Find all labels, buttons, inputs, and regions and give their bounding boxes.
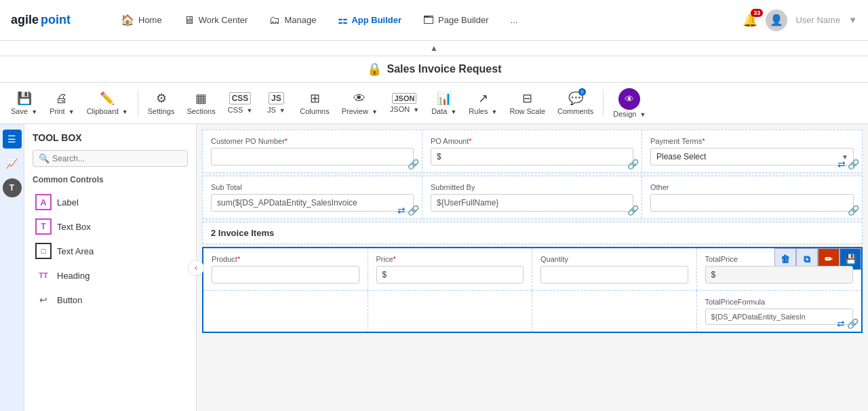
nav-page-builder[interactable]: 🗔 Page Builder — [415, 9, 496, 32]
other-input[interactable] — [650, 194, 854, 212]
row-scale-icon: ⊟ — [522, 91, 532, 106]
toolbar-sections[interactable]: ▦ Sections — [181, 88, 220, 118]
data-icon: 📊 — [437, 91, 452, 106]
form-cell-other: Other 🔗 — [642, 176, 862, 218]
common-controls-title: Common Controls — [33, 175, 188, 184]
search-input[interactable] — [52, 154, 182, 163]
svg-text:agile: agile — [11, 13, 39, 26]
price-label: Price* — [376, 255, 524, 263]
nav-home-label: Home — [138, 15, 162, 25]
collapse-bar[interactable]: ▲ — [0, 41, 868, 56]
toolbar-css-label: CSS ▼ — [228, 106, 253, 114]
toolbar-preview-label: Preview ▼ — [342, 107, 378, 115]
toolbar-clipboard[interactable]: ✏️ Clipboard ▼ — [81, 88, 134, 118]
nav-more-label: ... — [511, 15, 518, 25]
formula-bind-icon[interactable]: 🔗 — [847, 318, 859, 329]
payment-terms-bind-icon[interactable]: 🔗 — [848, 159, 859, 170]
customer-po-input[interactable] — [211, 148, 414, 165]
nav-work-center[interactable]: 🖥 Work Center — [176, 9, 256, 32]
home-icon: 🏠 — [121, 14, 134, 26]
invoice-count-label: 2 Invoice Items — [211, 228, 274, 238]
invoice-col-product: Product* — [203, 248, 368, 290]
nav-more[interactable]: ... — [502, 9, 526, 31]
main-layout: ☰ 📈 T TOOL BOX 🔍 Common Controls A Label… — [0, 124, 868, 411]
nav-app-builder[interactable]: ⚏ App Builder — [330, 8, 410, 32]
other-bind-icon[interactable]: 🔗 — [848, 205, 859, 216]
sidebar-icon-t[interactable]: T — [3, 178, 22, 197]
control-text-box-text: Text Box — [57, 222, 91, 232]
control-text-area[interactable]: □ Text Area — [33, 239, 188, 263]
toolbar-data[interactable]: 📊 Data ▼ — [426, 88, 462, 118]
formula-connect-icon[interactable]: ⇄ — [837, 318, 845, 329]
toolbar-css[interactable]: CSS CSS ▼ — [222, 90, 258, 117]
form-cell-submitted-by: Submitted By 🔗 — [422, 176, 642, 218]
customer-po-bind-icon[interactable]: 🔗 — [408, 159, 419, 170]
product-input[interactable] — [212, 266, 359, 283]
logo: agile point — [11, 9, 92, 31]
control-label[interactable]: A Label — [33, 190, 188, 214]
toolbar-design[interactable]: 👁 Design ▼ — [608, 85, 651, 121]
price-input[interactable] — [376, 266, 524, 283]
control-heading[interactable]: TT Heading — [33, 263, 188, 288]
nav-manage[interactable]: 🗂 Manage — [261, 9, 324, 32]
toolbar-preview[interactable]: 👁 Preview ▼ — [336, 89, 383, 118]
subtotal-input[interactable] — [211, 194, 414, 212]
form-cell-po-amount: PO Amount* 🔗 — [422, 130, 642, 172]
button-icon: ↩ — [35, 292, 52, 308]
nav-manage-label: Manage — [284, 15, 316, 25]
manage-icon: 🗂 — [269, 14, 280, 26]
top-nav: agile point 🏠 Home 🖥 Work Center 🗂 Manag… — [0, 0, 868, 41]
formula-input[interactable] — [705, 309, 854, 325]
invoice-col-total-price: TotalPrice — [697, 248, 862, 290]
canvas-inner: Customer PO Number* 🔗 PO Amount* 🔗 — [197, 124, 868, 341]
po-amount-input[interactable] — [431, 148, 633, 165]
total-price-input[interactable] — [705, 266, 854, 283]
clipboard-icon: ✏️ — [100, 91, 115, 106]
po-amount-bind-icon[interactable]: 🔗 — [627, 159, 639, 170]
toolbar-json[interactable]: JSON JSON ▼ — [384, 90, 425, 116]
formula-empty-1 — [203, 291, 368, 332]
subtotal-connect-icon[interactable]: ⇄ — [397, 205, 406, 216]
toolbar-settings[interactable]: ⚙ Settings — [142, 88, 180, 118]
toolbar-columns[interactable]: ⊞ Columns — [294, 88, 334, 118]
toolbar-js[interactable]: JS JS ▼ — [259, 90, 293, 117]
nav-home[interactable]: 🏠 Home — [113, 8, 170, 32]
form-cell-subtotal: Sub Total ⇄ 🔗 — [203, 176, 422, 218]
sidebar-icon-list[interactable]: ☰ — [3, 130, 22, 149]
form-row-1: Customer PO Number* 🔗 PO Amount* 🔗 — [202, 130, 863, 173]
submitted-by-bind-icon[interactable]: 🔗 — [627, 205, 639, 216]
subtotal-bind-icon[interactable]: 🔗 — [408, 205, 419, 216]
sidebar-collapse-button[interactable]: ‹ — [188, 260, 204, 276]
toolbar-row-scale[interactable]: ⊟ Row Scale — [504, 88, 551, 118]
toolbar-save[interactable]: 💾 Save ▼ — [5, 88, 43, 118]
control-button-text: Button — [57, 295, 83, 305]
control-button[interactable]: ↩ Button — [33, 288, 188, 312]
invoice-header-row: Product* Price* Quantity — [203, 248, 861, 291]
total-price-label: TotalPrice — [705, 255, 854, 263]
payment-terms-select[interactable]: Please Select — [650, 148, 854, 165]
toolbar-comments[interactable]: 💬0 Comments — [552, 88, 599, 118]
subtotal-label: Sub Total — [211, 183, 414, 191]
payment-terms-select-wrapper: Please Select — [650, 148, 854, 165]
payment-terms-label: Payment Terms* — [650, 137, 854, 145]
form-cell-customer-po: Customer PO Number* 🔗 — [203, 130, 422, 172]
sidebar-content: TOOL BOX 🔍 Common Controls A Label T Tex… — [24, 124, 196, 411]
css-icon: CSS — [229, 92, 252, 104]
notification-button[interactable]: 🔔 33 — [743, 13, 757, 28]
toolbar-design-label: Design ▼ — [613, 110, 646, 118]
toolbar-rules[interactable]: ↗ Rules ▼ — [463, 88, 502, 118]
quantity-input[interactable] — [540, 266, 688, 283]
sidebar-icon-chart[interactable]: 📈 — [3, 154, 22, 173]
other-label: Other — [650, 183, 854, 191]
toolbar-divider-1 — [138, 90, 138, 117]
sidebar-icons: ☰ 📈 T — [0, 124, 24, 411]
user-avatar: 👤 — [766, 9, 787, 31]
formula-label: TotalPriceFormula — [705, 298, 854, 306]
user-dropdown-icon[interactable]: ▼ — [848, 15, 857, 25]
submitted-by-input[interactable] — [431, 194, 633, 212]
control-text-box[interactable]: T Text Box — [33, 214, 188, 239]
page-title-bar: 🔒 Sales Invoice Request — [0, 56, 868, 83]
toolbar-print[interactable]: 🖨 Print ▼ — [44, 89, 80, 118]
payment-terms-connect-icon[interactable]: ⇄ — [837, 159, 846, 170]
formula-empty-3 — [532, 291, 697, 332]
